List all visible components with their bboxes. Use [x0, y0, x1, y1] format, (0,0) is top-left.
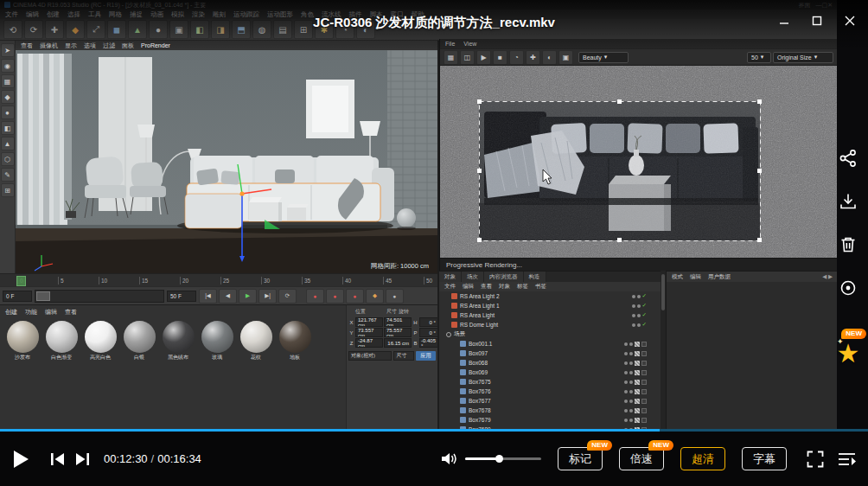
material-item[interactable]: 地板 [278, 321, 312, 361]
visibility-dot[interactable] [624, 409, 628, 412]
position-field[interactable]: -24.87 cm [355, 338, 383, 348]
playback-button[interactable]: ◀ [219, 289, 237, 304]
visibility-dot[interactable] [632, 323, 635, 327]
tab-prorender[interactable]: ProRender [141, 42, 170, 48]
frame-range-slider[interactable] [35, 290, 164, 303]
object-list-item[interactable]: Box7678 [439, 406, 661, 415]
aov-dropdown[interactable]: Beauty ▾ [578, 52, 629, 63]
frame-slider-handle[interactable] [36, 291, 50, 301]
object-manager-menu-item[interactable]: 查看 [481, 283, 492, 291]
render-dot[interactable] [629, 390, 633, 393]
render-dot[interactable] [637, 295, 641, 298]
position-field[interactable]: 73.557 cm [355, 328, 383, 337]
render-toolbar-icon[interactable]: ▦ [444, 50, 458, 65]
render-dot[interactable] [629, 380, 633, 384]
texture-tag-icon[interactable] [641, 370, 647, 375]
coord-mode-dropdown[interactable]: 对象(相对) [348, 351, 392, 361]
material-item[interactable]: 高亮白色 [83, 321, 118, 361]
texture-tag-icon[interactable] [641, 408, 647, 413]
object-list-item[interactable]: Box001.1 [439, 339, 661, 349]
player-action-button[interactable]: 标记 NEW [558, 447, 603, 470]
c4d-mode-icon[interactable]: ▦ [1, 74, 15, 88]
volume-knob[interactable] [495, 455, 503, 463]
material-tag-icon[interactable] [635, 370, 640, 375]
visibility-dot[interactable] [624, 400, 628, 403]
material-tag-icon[interactable] [635, 408, 640, 413]
playback-button[interactable]: ▶ [239, 289, 257, 304]
current-frame-field[interactable]: 0 F [3, 291, 32, 302]
render-dot[interactable] [629, 409, 633, 412]
c4d-mode-icon[interactable]: ➤ [1, 43, 15, 57]
enabled-check-icon[interactable] [642, 293, 647, 299]
playback-button[interactable]: ⟳ [278, 289, 297, 304]
size-field[interactable]: 74.501 cm [384, 317, 412, 327]
visibility-dot[interactable] [624, 361, 628, 365]
coord-mode2-dropdown[interactable]: 尺寸 [393, 351, 413, 361]
material-item[interactable]: 白色渐变 [44, 321, 79, 361]
render-view-menu-item[interactable]: File [445, 41, 455, 47]
enabled-check-icon[interactable] [642, 312, 647, 318]
delete-button[interactable] [833, 230, 863, 259]
c4d-mode-icon[interactable]: ✎ [1, 168, 15, 182]
visibility-dot[interactable] [624, 380, 628, 384]
rotation-field[interactable]: 0 ° [419, 328, 438, 337]
record-button[interactable] [833, 273, 863, 303]
keyframe-record-button[interactable]: ● [326, 289, 344, 304]
download-button[interactable] [833, 187, 863, 216]
volume-icon[interactable] [441, 451, 457, 466]
rotation-field[interactable]: 0 ° [419, 317, 438, 327]
c4d-mode-icon[interactable]: ◆ [1, 90, 15, 104]
material-tag-icon[interactable] [635, 389, 640, 394]
player-action-button[interactable]: 倍速 NEW [619, 447, 664, 470]
object-list-item[interactable]: RS Area Light 1 [439, 301, 661, 310]
material-item[interactable]: 黑色绒布 [161, 321, 195, 361]
texture-tag-icon[interactable] [641, 380, 647, 385]
object-list-item[interactable]: Box7676 [439, 387, 661, 396]
apply-button[interactable]: 应用 [416, 351, 436, 361]
c4d-mode-icon[interactable]: ◧ [1, 121, 15, 135]
render-dot[interactable] [637, 304, 641, 308]
render-toolbar-icon[interactable]: ◫ [460, 50, 475, 65]
render-dot[interactable] [629, 342, 633, 346]
end-frame-field[interactable]: 50 F [167, 291, 196, 302]
object-manager-menu-item[interactable]: 编辑 [463, 283, 474, 291]
material-item[interactable]: 白银 [122, 321, 156, 361]
material-tag-icon[interactable] [635, 342, 640, 347]
viewport-menu-item[interactable]: 面板 [122, 42, 134, 50]
panel-tab[interactable]: 场次 [462, 272, 484, 282]
object-manager-menu-item[interactable]: 对象 [499, 283, 510, 291]
visibility-dot[interactable] [632, 295, 635, 298]
previous-button[interactable] [50, 452, 65, 466]
object-list-item[interactable]: Box097 [439, 349, 661, 358]
minimize-button[interactable] [768, 7, 801, 35]
visibility-dot[interactable] [624, 371, 628, 374]
object-list-item[interactable]: 场景 [439, 329, 661, 339]
size-field[interactable]: 16.15 cm [384, 338, 412, 348]
object-list-item[interactable]: RS Area Light [439, 310, 661, 320]
visibility-dot[interactable] [624, 419, 628, 422]
render-dot[interactable] [629, 400, 633, 403]
c4d-mode-icon[interactable]: ◉ [1, 59, 15, 73]
keyframe-record-button[interactable]: ● [346, 289, 364, 304]
attribute-menu-item[interactable]: 用户数据 [708, 273, 731, 281]
timeline-ruler[interactable]: 05101520253035404550 [0, 273, 437, 286]
render-dot[interactable] [637, 323, 641, 327]
size-mode-dropdown[interactable]: Original Size ▾ [773, 52, 833, 63]
texture-tag-icon[interactable] [641, 342, 647, 347]
c4d-mode-icon[interactable]: ⬡ [1, 152, 15, 166]
object-list-item[interactable]: Box068 [439, 358, 661, 368]
material-item[interactable]: 玻璃 [200, 321, 234, 361]
material-tag-icon[interactable] [635, 418, 640, 423]
scrollbar-thumb[interactable] [661, 274, 665, 310]
viewport-menu-item[interactable]: 过滤 [103, 42, 115, 50]
viewport-3d-scene[interactable]: 网格间距: 10000 cm [16, 50, 437, 273]
panel-tab[interactable]: 内容浏览器 [484, 272, 524, 282]
enabled-check-icon[interactable] [642, 322, 647, 328]
render-toolbar-icon[interactable]: ▶ [476, 50, 491, 65]
render-toolbar-icon[interactable]: ■ [493, 50, 507, 65]
favorite-button[interactable]: NEW ★ ✦ [833, 336, 863, 372]
texture-tag-icon[interactable] [641, 351, 647, 356]
material-menu-item[interactable]: 查看 [65, 308, 77, 317]
fullscreen-button[interactable] [807, 451, 824, 468]
next-button[interactable] [75, 452, 90, 466]
